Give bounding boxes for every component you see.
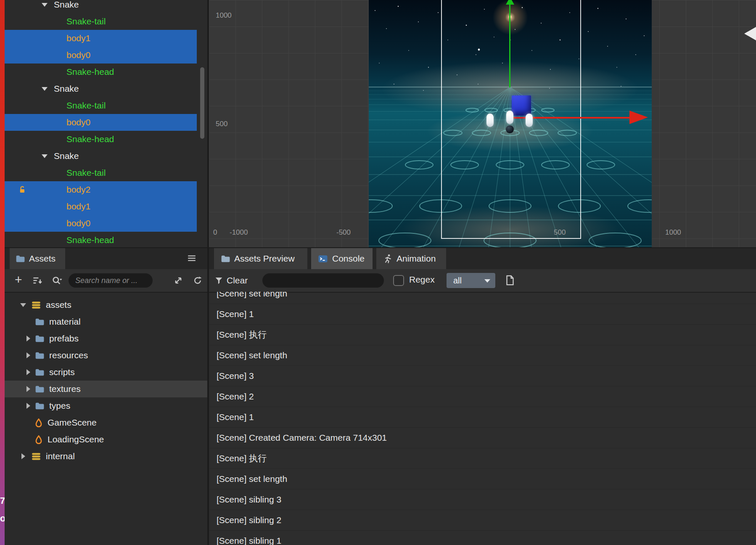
asset-node-prefabs[interactable]: prefabs	[5, 330, 207, 347]
asset-node-textures[interactable]: textures	[5, 381, 207, 397]
y-axis-gizmo-line[interactable]	[509, 0, 510, 87]
console-log-row[interactable]: [Scene] set length	[209, 345, 756, 366]
clear-button[interactable]: Clear	[215, 269, 248, 292]
snake-capsule-object[interactable]	[526, 114, 533, 127]
regex-checkbox[interactable]	[393, 275, 404, 286]
expand-arrow-icon[interactable]	[26, 369, 30, 375]
hierarchy-node-body1[interactable]: body1	[5, 198, 207, 215]
hierarchy-node-snake-head[interactable]: Snake-head	[5, 131, 207, 148]
console-log-row[interactable]: [Scene] 2	[209, 386, 756, 407]
console-log-row[interactable]: [Scene] sibling 1	[209, 531, 756, 545]
log-level-dropdown[interactable]: all	[447, 273, 495, 288]
panel-collapse-arrow-icon[interactable]	[744, 27, 756, 40]
console-toolbar: Clear Regex all	[209, 269, 756, 293]
hierarchy-node-body0[interactable]: body0	[5, 114, 207, 131]
console-filter-input[interactable]	[262, 273, 384, 288]
collapse-arrow-icon[interactable]	[42, 3, 48, 7]
node-label: body2	[66, 185, 90, 195]
folder-icon	[35, 317, 44, 326]
hierarchy-node-body0[interactable]: body0	[5, 215, 207, 232]
log-text: [Scene] 3	[217, 371, 254, 381]
asset-node-assets[interactable]: assets	[5, 296, 207, 313]
ruler-label: 500	[554, 228, 566, 237]
scene-file-icon	[35, 435, 42, 444]
expand-arrow-icon[interactable]	[26, 336, 30, 341]
log-text: [Scene] 1	[217, 309, 254, 319]
tab-label: Animation	[397, 254, 436, 264]
console-log-row[interactable]: [Scene] set length	[209, 469, 756, 489]
hierarchy-tree: Snake Snake-tail body1 body0 Snake-head …	[5, 0, 207, 247]
hierarchy-node-snake[interactable]: Snake	[5, 148, 207, 164]
snake-capsule-object[interactable]	[506, 111, 513, 124]
dark-sphere-object[interactable]	[506, 125, 514, 133]
tab-console[interactable]: Console	[311, 248, 373, 269]
console-log-row[interactable]: [Scene] Created Camera: Camera 714x301	[209, 428, 756, 448]
bundle-icon	[32, 452, 41, 461]
hierarchy-node-body0[interactable]: body0	[5, 47, 207, 63]
add-asset-button[interactable]: +	[15, 272, 22, 287]
asset-node-material[interactable]: material	[5, 313, 207, 330]
search-filter-icon[interactable]	[52, 276, 63, 286]
hierarchy-node-snake[interactable]: Snake	[5, 80, 207, 97]
blue-cube-object[interactable]	[512, 95, 531, 116]
menu-icon[interactable]	[187, 254, 196, 262]
asset-node-gamescene[interactable]: GameScene	[5, 414, 207, 431]
asset-node-loadingscene[interactable]: LoadingScene	[5, 431, 207, 448]
asset-node-resources[interactable]: resources	[5, 347, 207, 364]
x-axis-gizmo-arrow-icon[interactable]	[629, 111, 648, 124]
collapse-arrow-icon[interactable]	[42, 154, 48, 158]
collapse-arrow-icon[interactable]	[20, 303, 26, 307]
asset-node-scripts[interactable]: scripts	[5, 364, 207, 381]
console-log-row[interactable]: [Scene] 执行	[209, 448, 756, 469]
tab-assets[interactable]: Assets	[10, 248, 65, 269]
node-label: body0	[66, 50, 90, 60]
node-label: Snake-tail	[66, 101, 106, 111]
cocos-creator-editor: 7 o Snake Snake-tail body1 body0 Snake-h…	[0, 0, 756, 545]
snake-capsule-object[interactable]	[486, 114, 494, 127]
hierarchy-node-snake[interactable]: Snake	[5, 0, 207, 13]
console-log-row[interactable]: [Scene] sibling 3	[209, 489, 756, 510]
tab-animation[interactable]: Animation	[376, 248, 446, 269]
hierarchy-node-snake-head[interactable]: Snake-head	[5, 63, 207, 80]
node-label: Snake-head	[66, 235, 114, 245]
hierarchy-node-body1[interactable]: body1	[5, 30, 207, 47]
hierarchy-scrollbar[interactable]	[200, 67, 204, 139]
console-log-row[interactable]: [Scene] sibling 2	[209, 510, 756, 531]
refresh-icon[interactable]	[193, 276, 202, 285]
hierarchy-node-snake-tail[interactable]: Snake-tail	[5, 97, 207, 114]
expand-all-icon[interactable]	[174, 276, 183, 285]
sort-icon[interactable]	[32, 276, 42, 285]
console-log-row[interactable]: [Scene] 3	[209, 366, 756, 386]
y-axis-gizmo-arrow-icon[interactable]	[506, 0, 514, 5]
scene-viewport[interactable]: 1000 500 0 -1000 -500 500 1000	[209, 0, 756, 247]
runner-icon	[383, 254, 392, 263]
clipped-char: 7	[0, 495, 5, 506]
console-log-row[interactable]: [Scene] 1	[209, 304, 756, 325]
console-log-list[interactable]: [Scene] set length [Scene] 1 [Scene] 执行 …	[209, 292, 756, 545]
open-log-file-icon[interactable]	[506, 275, 514, 286]
unlock-icon[interactable]	[19, 186, 27, 193]
node-label: Snake-head	[66, 134, 114, 144]
node-label: Snake	[54, 0, 79, 10]
expand-arrow-icon[interactable]	[21, 453, 25, 459]
asset-node-types[interactable]: types	[5, 397, 207, 414]
expand-arrow-icon[interactable]	[26, 352, 30, 358]
console-log-row[interactable]: [Scene] 1	[209, 407, 756, 428]
node-label: prefabs	[49, 333, 79, 344]
log-text: [Scene] 1	[217, 412, 254, 422]
console-log-row[interactable]: [Scene] set length	[209, 292, 756, 304]
asset-search-input[interactable]	[69, 273, 153, 288]
hierarchy-node-snake-tail[interactable]: Snake-tail	[5, 13, 207, 30]
expand-arrow-icon[interactable]	[26, 386, 30, 392]
asset-node-internal[interactable]: internal	[5, 448, 207, 465]
hierarchy-node-snake-head[interactable]: Snake-head	[5, 232, 207, 247]
assets-tree: assets material prefabs resources script	[5, 292, 207, 545]
collapse-arrow-icon[interactable]	[42, 87, 48, 91]
expand-arrow-icon[interactable]	[26, 403, 30, 409]
tab-assets-preview[interactable]: Assets Preview	[214, 248, 307, 269]
node-label: scripts	[49, 367, 75, 377]
hierarchy-node-snake-tail[interactable]: Snake-tail	[5, 164, 207, 181]
node-label: assets	[46, 300, 71, 310]
console-log-row[interactable]: [Scene] 执行	[209, 325, 756, 345]
hierarchy-node-body2[interactable]: body2	[5, 181, 207, 198]
